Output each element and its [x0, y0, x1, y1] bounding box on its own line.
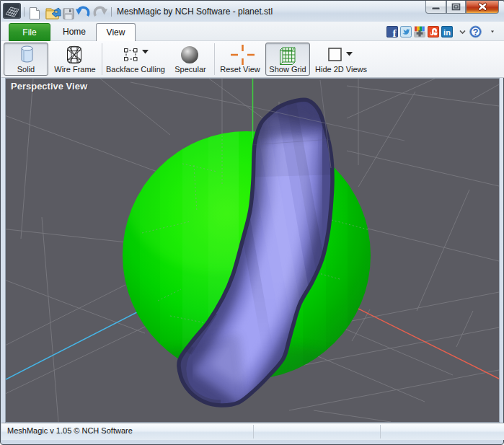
- svg-text:in: in: [443, 28, 451, 37]
- svg-text:?: ?: [473, 27, 479, 38]
